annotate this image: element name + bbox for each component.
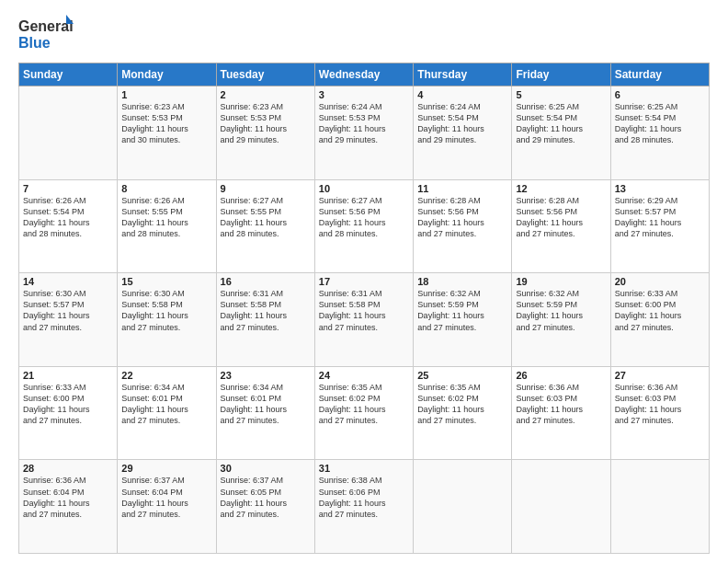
- calendar-cell: 17Sunrise: 6:31 AM Sunset: 5:58 PM Dayli…: [314, 273, 413, 367]
- calendar-cell: 30Sunrise: 6:37 AM Sunset: 6:05 PM Dayli…: [216, 460, 314, 554]
- calendar-cell: 19Sunrise: 6:32 AM Sunset: 5:59 PM Dayli…: [512, 273, 610, 367]
- calendar-cell: 25Sunrise: 6:35 AM Sunset: 6:02 PM Dayli…: [414, 366, 512, 460]
- logo: GeneralBlue: [18, 15, 74, 53]
- day-number: 27: [615, 370, 705, 381]
- calendar-week-row: 28Sunrise: 6:36 AM Sunset: 6:04 PM Dayli…: [19, 460, 710, 554]
- day-info: Sunrise: 6:36 AM Sunset: 6:03 PM Dayligh…: [615, 382, 705, 427]
- calendar-header-row: SundayMondayTuesdayWednesdayThursdayFrid…: [19, 63, 710, 86]
- day-number: 26: [516, 370, 606, 381]
- day-info: Sunrise: 6:28 AM Sunset: 5:56 PM Dayligh…: [417, 195, 507, 240]
- calendar-cell: 21Sunrise: 6:33 AM Sunset: 6:00 PM Dayli…: [19, 366, 118, 460]
- day-info: Sunrise: 6:36 AM Sunset: 6:03 PM Dayligh…: [516, 382, 606, 427]
- day-info: Sunrise: 6:33 AM Sunset: 6:00 PM Dayligh…: [615, 288, 705, 333]
- day-info: Sunrise: 6:37 AM Sunset: 6:05 PM Dayligh…: [221, 475, 311, 520]
- day-info: Sunrise: 6:29 AM Sunset: 5:57 PM Dayligh…: [615, 195, 705, 240]
- day-info: Sunrise: 6:25 AM Sunset: 5:54 PM Dayligh…: [516, 101, 606, 146]
- day-info: Sunrise: 6:28 AM Sunset: 5:56 PM Dayligh…: [516, 195, 606, 240]
- day-number: 19: [516, 276, 606, 287]
- calendar-cell: 24Sunrise: 6:35 AM Sunset: 6:02 PM Dayli…: [314, 366, 413, 460]
- day-info: Sunrise: 6:35 AM Sunset: 6:02 PM Dayligh…: [417, 382, 507, 427]
- day-number: 11: [417, 183, 507, 194]
- calendar-cell: [414, 460, 512, 554]
- calendar-cell: 3Sunrise: 6:24 AM Sunset: 5:53 PM Daylig…: [314, 86, 413, 180]
- day-of-week-header: Monday: [118, 63, 216, 86]
- calendar-cell: 28Sunrise: 6:36 AM Sunset: 6:04 PM Dayli…: [19, 460, 118, 554]
- calendar-cell: 13Sunrise: 6:29 AM Sunset: 5:57 PM Dayli…: [610, 179, 709, 273]
- day-info: Sunrise: 6:30 AM Sunset: 5:58 PM Dayligh…: [121, 288, 211, 333]
- day-info: Sunrise: 6:27 AM Sunset: 5:56 PM Dayligh…: [319, 195, 409, 240]
- calendar-cell: 4Sunrise: 6:24 AM Sunset: 5:54 PM Daylig…: [414, 86, 512, 180]
- day-number: 7: [23, 183, 113, 194]
- day-of-week-header: Thursday: [414, 63, 512, 86]
- day-number: 6: [615, 89, 705, 100]
- day-number: 29: [121, 463, 211, 474]
- day-number: 15: [121, 276, 211, 287]
- day-number: 25: [417, 370, 507, 381]
- day-info: Sunrise: 6:34 AM Sunset: 6:01 PM Dayligh…: [121, 382, 211, 427]
- day-number: 18: [417, 276, 507, 287]
- calendar-table: SundayMondayTuesdayWednesdayThursdayFrid…: [18, 63, 710, 554]
- day-info: Sunrise: 6:27 AM Sunset: 5:55 PM Dayligh…: [221, 195, 311, 240]
- calendar-cell: [512, 460, 610, 554]
- day-number: 4: [417, 89, 507, 100]
- day-info: Sunrise: 6:26 AM Sunset: 5:54 PM Dayligh…: [23, 195, 113, 240]
- calendar-cell: 29Sunrise: 6:37 AM Sunset: 6:04 PM Dayli…: [118, 460, 216, 554]
- svg-text:Blue: Blue: [18, 35, 51, 51]
- calendar-cell: 11Sunrise: 6:28 AM Sunset: 5:56 PM Dayli…: [414, 179, 512, 273]
- day-number: 9: [221, 183, 311, 194]
- day-number: 17: [319, 276, 409, 287]
- calendar-cell: [610, 460, 709, 554]
- day-number: 28: [23, 463, 113, 474]
- calendar-cell: 31Sunrise: 6:38 AM Sunset: 6:06 PM Dayli…: [314, 460, 413, 554]
- day-info: Sunrise: 6:23 AM Sunset: 5:53 PM Dayligh…: [121, 101, 211, 146]
- day-info: Sunrise: 6:36 AM Sunset: 6:04 PM Dayligh…: [23, 475, 113, 520]
- calendar-cell: 22Sunrise: 6:34 AM Sunset: 6:01 PM Dayli…: [118, 366, 216, 460]
- calendar-week-row: 1Sunrise: 6:23 AM Sunset: 5:53 PM Daylig…: [19, 86, 710, 180]
- calendar-cell: 1Sunrise: 6:23 AM Sunset: 5:53 PM Daylig…: [118, 86, 216, 180]
- day-number: 5: [516, 89, 606, 100]
- day-info: Sunrise: 6:24 AM Sunset: 5:53 PM Dayligh…: [319, 101, 409, 146]
- svg-text:General: General: [18, 18, 74, 34]
- calendar-cell: 8Sunrise: 6:26 AM Sunset: 5:55 PM Daylig…: [118, 179, 216, 273]
- calendar-cell: 14Sunrise: 6:30 AM Sunset: 5:57 PM Dayli…: [19, 273, 118, 367]
- day-info: Sunrise: 6:30 AM Sunset: 5:57 PM Dayligh…: [23, 288, 113, 333]
- day-info: Sunrise: 6:37 AM Sunset: 6:04 PM Dayligh…: [121, 475, 211, 520]
- calendar-cell: 2Sunrise: 6:23 AM Sunset: 5:53 PM Daylig…: [216, 86, 314, 180]
- day-info: Sunrise: 6:35 AM Sunset: 6:02 PM Dayligh…: [319, 382, 409, 427]
- day-number: 1: [121, 89, 211, 100]
- page: GeneralBlue SundayMondayTuesdayWednesday…: [0, 0, 728, 563]
- day-info: Sunrise: 6:31 AM Sunset: 5:58 PM Dayligh…: [319, 288, 409, 333]
- calendar-cell: [19, 86, 118, 180]
- calendar-cell: 15Sunrise: 6:30 AM Sunset: 5:58 PM Dayli…: [118, 273, 216, 367]
- day-number: 16: [221, 276, 311, 287]
- logo-svg: GeneralBlue: [18, 15, 74, 53]
- calendar-cell: 26Sunrise: 6:36 AM Sunset: 6:03 PM Dayli…: [512, 366, 610, 460]
- calendar-week-row: 14Sunrise: 6:30 AM Sunset: 5:57 PM Dayli…: [19, 273, 710, 367]
- day-of-week-header: Friday: [512, 63, 610, 86]
- day-info: Sunrise: 6:32 AM Sunset: 5:59 PM Dayligh…: [417, 288, 507, 333]
- day-info: Sunrise: 6:25 AM Sunset: 5:54 PM Dayligh…: [615, 101, 705, 146]
- calendar-week-row: 21Sunrise: 6:33 AM Sunset: 6:00 PM Dayli…: [19, 366, 710, 460]
- day-info: Sunrise: 6:34 AM Sunset: 6:01 PM Dayligh…: [221, 382, 311, 427]
- calendar-week-row: 7Sunrise: 6:26 AM Sunset: 5:54 PM Daylig…: [19, 179, 710, 273]
- day-info: Sunrise: 6:23 AM Sunset: 5:53 PM Dayligh…: [221, 101, 311, 146]
- day-of-week-header: Saturday: [610, 63, 709, 86]
- calendar-cell: 5Sunrise: 6:25 AM Sunset: 5:54 PM Daylig…: [512, 86, 610, 180]
- day-number: 10: [319, 183, 409, 194]
- day-number: 3: [319, 89, 409, 100]
- day-number: 21: [23, 370, 113, 381]
- day-info: Sunrise: 6:24 AM Sunset: 5:54 PM Dayligh…: [417, 101, 507, 146]
- calendar-cell: 6Sunrise: 6:25 AM Sunset: 5:54 PM Daylig…: [610, 86, 709, 180]
- calendar-cell: 23Sunrise: 6:34 AM Sunset: 6:01 PM Dayli…: [216, 366, 314, 460]
- day-info: Sunrise: 6:32 AM Sunset: 5:59 PM Dayligh…: [516, 288, 606, 333]
- day-of-week-header: Wednesday: [314, 63, 413, 86]
- calendar-cell: 16Sunrise: 6:31 AM Sunset: 5:58 PM Dayli…: [216, 273, 314, 367]
- day-info: Sunrise: 6:33 AM Sunset: 6:00 PM Dayligh…: [23, 382, 113, 427]
- day-number: 22: [121, 370, 211, 381]
- day-info: Sunrise: 6:26 AM Sunset: 5:55 PM Dayligh…: [121, 195, 211, 240]
- day-number: 8: [121, 183, 211, 194]
- calendar-cell: 10Sunrise: 6:27 AM Sunset: 5:56 PM Dayli…: [314, 179, 413, 273]
- day-number: 13: [615, 183, 705, 194]
- day-number: 2: [221, 89, 311, 100]
- calendar-cell: 27Sunrise: 6:36 AM Sunset: 6:03 PM Dayli…: [610, 366, 709, 460]
